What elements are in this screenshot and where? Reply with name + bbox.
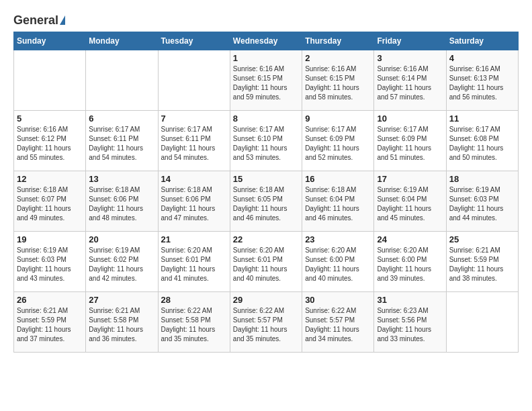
weekday-header: Sunday — [14, 32, 86, 50]
calendar-day-cell: 7Sunrise: 6:17 AMSunset: 6:11 PMDaylight… — [158, 111, 230, 171]
day-info: Sunrise: 6:17 AMSunset: 6:08 PMDaylight:… — [449, 125, 515, 163]
weekday-header: Monday — [86, 32, 158, 50]
day-number: 14 — [161, 174, 227, 184]
calendar-week-row: 19Sunrise: 6:19 AMSunset: 6:03 PMDayligh… — [14, 232, 519, 292]
calendar-table: SundayMondayTuesdayWednesdayThursdayFrid… — [13, 32, 519, 353]
calendar-day-cell: 10Sunrise: 6:17 AMSunset: 6:09 PMDayligh… — [374, 111, 446, 171]
calendar-day-cell: 6Sunrise: 6:17 AMSunset: 6:11 PMDaylight… — [86, 111, 158, 171]
day-info: Sunrise: 6:17 AMSunset: 6:11 PMDaylight:… — [89, 125, 154, 163]
calendar-day-cell: 9Sunrise: 6:17 AMSunset: 6:09 PMDaylight… — [302, 111, 374, 171]
calendar-day-cell: 17Sunrise: 6:19 AMSunset: 6:04 PMDayligh… — [374, 171, 446, 232]
day-number: 22 — [233, 234, 299, 244]
day-info: Sunrise: 6:18 AMSunset: 6:06 PMDaylight:… — [89, 185, 154, 223]
calendar-week-row: 12Sunrise: 6:18 AMSunset: 6:07 PMDayligh… — [14, 171, 519, 232]
calendar-day-cell: 20Sunrise: 6:19 AMSunset: 6:02 PMDayligh… — [86, 232, 158, 292]
day-info: Sunrise: 6:16 AMSunset: 6:15 PMDaylight:… — [305, 64, 371, 102]
day-info: Sunrise: 6:17 AMSunset: 6:10 PMDaylight:… — [233, 125, 299, 163]
day-info: Sunrise: 6:19 AMSunset: 6:03 PMDaylight:… — [449, 185, 515, 223]
calendar-day-cell — [86, 50, 158, 111]
calendar-day-cell: 29Sunrise: 6:22 AMSunset: 5:57 PMDayligh… — [230, 292, 302, 353]
day-number: 26 — [17, 295, 83, 305]
day-info: Sunrise: 6:18 AMSunset: 6:05 PMDaylight:… — [233, 185, 299, 223]
day-number: 17 — [377, 174, 443, 184]
day-number: 29 — [233, 295, 299, 305]
day-info: Sunrise: 6:19 AMSunset: 6:04 PMDaylight:… — [377, 185, 443, 223]
calendar-day-cell: 5Sunrise: 6:16 AMSunset: 6:12 PMDaylight… — [14, 111, 86, 171]
page-header: General — [13, 13, 519, 25]
day-info: Sunrise: 6:18 AMSunset: 6:06 PMDaylight:… — [161, 185, 227, 223]
day-info: Sunrise: 6:17 AMSunset: 6:09 PMDaylight:… — [377, 125, 443, 163]
calendar-day-cell — [14, 50, 86, 111]
day-number: 30 — [305, 295, 371, 305]
day-info: Sunrise: 6:22 AMSunset: 5:57 PMDaylight:… — [305, 306, 371, 344]
calendar-day-cell: 27Sunrise: 6:21 AMSunset: 5:58 PMDayligh… — [86, 292, 158, 353]
calendar-day-cell — [158, 50, 230, 111]
day-info: Sunrise: 6:23 AMSunset: 5:56 PMDaylight:… — [377, 306, 443, 344]
day-number: 4 — [449, 53, 515, 63]
day-number: 16 — [305, 174, 371, 184]
day-number: 15 — [233, 174, 299, 184]
day-number: 5 — [17, 113, 83, 124]
calendar-week-row: 1Sunrise: 6:16 AMSunset: 6:15 PMDaylight… — [14, 50, 519, 111]
calendar-day-cell: 1Sunrise: 6:16 AMSunset: 6:15 PMDaylight… — [230, 50, 302, 111]
day-number: 20 — [89, 234, 154, 244]
day-info: Sunrise: 6:21 AMSunset: 5:59 PMDaylight:… — [449, 246, 515, 283]
weekday-header: Friday — [374, 32, 446, 50]
calendar-day-cell: 15Sunrise: 6:18 AMSunset: 6:05 PMDayligh… — [230, 171, 302, 232]
calendar-day-cell: 31Sunrise: 6:23 AMSunset: 5:56 PMDayligh… — [374, 292, 446, 353]
calendar-day-cell — [446, 292, 518, 353]
logo-general-text: General — [13, 13, 58, 28]
day-number: 24 — [377, 234, 443, 244]
weekday-header: Tuesday — [158, 32, 230, 50]
logo-arrow-icon — [60, 15, 65, 25]
calendar-day-cell: 2Sunrise: 6:16 AMSunset: 6:15 PMDaylight… — [302, 50, 374, 111]
logo: General — [13, 13, 65, 25]
weekday-header-row: SundayMondayTuesdayWednesdayThursdayFrid… — [14, 32, 519, 50]
calendar-day-cell: 18Sunrise: 6:19 AMSunset: 6:03 PMDayligh… — [446, 171, 518, 232]
calendar-day-cell: 13Sunrise: 6:18 AMSunset: 6:06 PMDayligh… — [86, 171, 158, 232]
calendar-day-cell: 28Sunrise: 6:22 AMSunset: 5:58 PMDayligh… — [158, 292, 230, 353]
calendar-day-cell: 16Sunrise: 6:18 AMSunset: 6:04 PMDayligh… — [302, 171, 374, 232]
day-info: Sunrise: 6:16 AMSunset: 6:13 PMDaylight:… — [449, 64, 515, 102]
day-number: 12 — [17, 174, 83, 184]
calendar-day-cell: 12Sunrise: 6:18 AMSunset: 6:07 PMDayligh… — [14, 171, 86, 232]
calendar-day-cell: 24Sunrise: 6:20 AMSunset: 6:00 PMDayligh… — [374, 232, 446, 292]
day-info: Sunrise: 6:19 AMSunset: 6:03 PMDaylight:… — [17, 246, 83, 283]
day-number: 27 — [89, 295, 154, 305]
day-info: Sunrise: 6:19 AMSunset: 6:02 PMDaylight:… — [89, 246, 154, 283]
weekday-header: Wednesday — [230, 32, 302, 50]
day-info: Sunrise: 6:22 AMSunset: 5:58 PMDaylight:… — [161, 306, 227, 344]
calendar-day-cell: 26Sunrise: 6:21 AMSunset: 5:59 PMDayligh… — [14, 292, 86, 353]
calendar-day-cell: 8Sunrise: 6:17 AMSunset: 6:10 PMDaylight… — [230, 111, 302, 171]
day-info: Sunrise: 6:20 AMSunset: 6:00 PMDaylight:… — [377, 246, 443, 283]
weekday-header: Thursday — [302, 32, 374, 50]
day-info: Sunrise: 6:21 AMSunset: 5:58 PMDaylight:… — [89, 306, 154, 344]
day-info: Sunrise: 6:20 AMSunset: 6:00 PMDaylight:… — [305, 246, 371, 283]
day-number: 31 — [377, 295, 443, 305]
day-number: 1 — [233, 53, 299, 63]
day-number: 13 — [89, 174, 154, 184]
day-info: Sunrise: 6:16 AMSunset: 6:15 PMDaylight:… — [233, 64, 299, 102]
calendar-day-cell: 14Sunrise: 6:18 AMSunset: 6:06 PMDayligh… — [158, 171, 230, 232]
day-number: 23 — [305, 234, 371, 244]
calendar-day-cell: 22Sunrise: 6:20 AMSunset: 6:01 PMDayligh… — [230, 232, 302, 292]
day-number: 6 — [89, 113, 154, 124]
calendar-week-row: 26Sunrise: 6:21 AMSunset: 5:59 PMDayligh… — [14, 292, 519, 353]
day-info: Sunrise: 6:20 AMSunset: 6:01 PMDaylight:… — [233, 246, 299, 283]
day-number: 19 — [17, 234, 83, 244]
calendar-day-cell: 11Sunrise: 6:17 AMSunset: 6:08 PMDayligh… — [446, 111, 518, 171]
day-info: Sunrise: 6:18 AMSunset: 6:04 PMDaylight:… — [305, 185, 371, 223]
calendar-day-cell: 4Sunrise: 6:16 AMSunset: 6:13 PMDaylight… — [446, 50, 518, 111]
day-info: Sunrise: 6:17 AMSunset: 6:09 PMDaylight:… — [305, 125, 371, 163]
day-number: 25 — [449, 234, 515, 244]
day-number: 11 — [449, 113, 515, 124]
day-info: Sunrise: 6:18 AMSunset: 6:07 PMDaylight:… — [17, 185, 83, 223]
day-number: 18 — [449, 174, 515, 184]
day-info: Sunrise: 6:17 AMSunset: 6:11 PMDaylight:… — [161, 125, 227, 163]
calendar-week-row: 5Sunrise: 6:16 AMSunset: 6:12 PMDaylight… — [14, 111, 519, 171]
day-number: 28 — [161, 295, 227, 305]
day-number: 21 — [161, 234, 227, 244]
day-number: 8 — [233, 113, 299, 124]
calendar-day-cell: 19Sunrise: 6:19 AMSunset: 6:03 PMDayligh… — [14, 232, 86, 292]
day-number: 3 — [377, 53, 443, 63]
